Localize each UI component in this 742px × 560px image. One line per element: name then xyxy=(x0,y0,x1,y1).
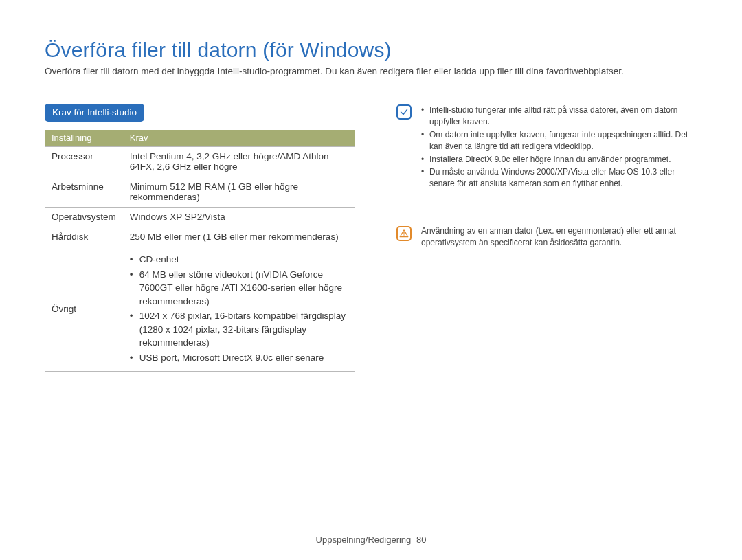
content-columns: Krav för Intelli-studio Inställning Krav… xyxy=(45,104,697,372)
col-head-setting: Inställning xyxy=(45,130,123,147)
footer-page-number: 80 xyxy=(416,535,426,545)
row-label: Övrigt xyxy=(45,247,123,372)
row-value: CD-enhet 64 MB eller större videokort (n… xyxy=(123,247,355,372)
requirements-table: Inställning Krav Processor Intel Pentium… xyxy=(45,130,355,372)
warning-icon xyxy=(396,226,412,241)
list-item: CD-enhet xyxy=(130,253,348,267)
list-item: Du måste använda Windows 2000/XP/Vista e… xyxy=(421,166,697,190)
intro-text: Överföra filer till datorn med det inbyg… xyxy=(45,66,697,76)
table-row: Hårddisk 250 MB eller mer (1 GB eller me… xyxy=(45,227,355,247)
right-column: Intelli-studio fungerar inte alltid rätt… xyxy=(396,104,697,284)
list-item: Om datorn inte uppfyller kraven, fungera… xyxy=(421,129,697,153)
page-title: Överföra filer till datorn (för Windows) xyxy=(45,38,697,62)
list-item: Intelli-studio fungerar inte alltid rätt… xyxy=(421,104,697,128)
row-label: Processor xyxy=(45,147,123,177)
table-row: Processor Intel Pentium 4, 3,2 GHz eller… xyxy=(45,147,355,177)
note-callout: Intelli-studio fungerar inte alltid rätt… xyxy=(396,104,697,191)
row-label: Hårddisk xyxy=(45,227,123,247)
manual-page: Överföra filer till datorn (för Windows)… xyxy=(0,0,742,560)
note-icon xyxy=(396,104,412,120)
list-item: Installera DirectX 9.0c eller högre inna… xyxy=(421,154,697,166)
warning-text: Användning av en annan dator (t.ex. en e… xyxy=(421,225,697,249)
table-row: Arbetsminne Minimum 512 MB RAM (1 GB ell… xyxy=(45,177,355,208)
row-value: 250 MB eller mer (1 GB eller mer rekomme… xyxy=(123,227,355,247)
list-item: 64 MB eller större videokort (nVIDIA Gef… xyxy=(130,268,348,309)
table-row: Övrigt CD-enhet 64 MB eller större video… xyxy=(45,247,355,372)
col-head-req: Krav xyxy=(123,130,355,147)
row-label: Operativsystem xyxy=(45,208,123,227)
page-footer: Uppspelning/Redigering 80 xyxy=(0,535,742,545)
footer-section-label: Uppspelning/Redigering xyxy=(316,535,412,545)
other-list: CD-enhet 64 MB eller större videokort (n… xyxy=(130,253,348,365)
row-value: Minimum 512 MB RAM (1 GB eller högre rek… xyxy=(123,177,355,208)
table-row: Operativsystem Windows XP SP2/Vista xyxy=(45,208,355,227)
row-label: Arbetsminne xyxy=(45,177,123,208)
left-column: Krav för Intelli-studio Inställning Krav… xyxy=(45,104,355,372)
note-list: Intelli-studio fungerar inte alltid rätt… xyxy=(421,104,697,191)
section-label: Krav för Intelli-studio xyxy=(45,104,144,122)
list-item: 1024 x 768 pixlar, 16-bitars kompatibel … xyxy=(130,309,348,350)
warning-callout: Användning av en annan dator (t.ex. en e… xyxy=(396,225,697,249)
row-value: Intel Pentium 4, 3,2 GHz eller högre/AMD… xyxy=(123,147,355,177)
row-value: Windows XP SP2/Vista xyxy=(123,208,355,227)
svg-point-1 xyxy=(403,235,404,236)
list-item: USB port, Microsoft DirectX 9.0c eller s… xyxy=(130,351,348,365)
